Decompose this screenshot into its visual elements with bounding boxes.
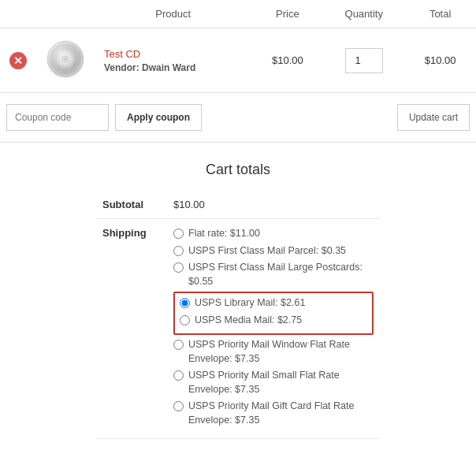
shipping-option-label: Flat rate: $11.00 [188, 227, 260, 241]
vendor-name: Dwain Ward [142, 62, 195, 73]
cart-totals: Cart totals Subtotal $10.00 Shipping Fla… [88, 162, 388, 439]
shipping-option-label: USPS Priority Mail Gift Card Flat Rate E… [188, 400, 374, 427]
col-price-header: Price [252, 0, 324, 28]
shipping-option: USPS Priority Mail Gift Card Flat Rate E… [173, 400, 374, 427]
coupon-left: Apply coupon [6, 104, 202, 131]
subtotal-label: Subtotal [96, 191, 167, 219]
coupon-row: Apply coupon Update cart [0, 93, 476, 143]
shipping-radio[interactable] [173, 246, 184, 256]
col-thumb-header [36, 0, 95, 28]
quantity-input[interactable] [345, 48, 383, 73]
product-total: $10.00 [404, 28, 476, 93]
shipping-option-label: USPS First Class Mail Parcel: $0.35 [188, 244, 346, 258]
shipping-option: USPS First Class Mail Parcel: $0.35 [173, 244, 374, 258]
product-thumbnail [46, 39, 85, 79]
shipping-radio[interactable] [180, 315, 190, 325]
shipping-radio[interactable] [173, 370, 184, 381]
product-name-link[interactable]: Test CD [104, 48, 243, 60]
col-remove-header [0, 0, 36, 28]
totals-table: Subtotal $10.00 Shipping Flat rate: $11.… [96, 191, 380, 439]
shipping-option-label: USPS Priority Mail Window Flat Rate Enve… [188, 338, 374, 366]
cart-table: Product Price Quantity Total ✕ [0, 0, 476, 93]
shipping-radio[interactable] [173, 340, 184, 350]
shipping-option: USPS Priority Mail Window Flat Rate Enve… [173, 338, 374, 366]
shipping-option-label: USPS First Class Mail Large Postcards: $… [188, 261, 374, 288]
shipping-options-cell: Flat rate: $11.00 USPS First Class Mail … [167, 219, 380, 439]
subtotal-value: $10.00 [167, 191, 380, 219]
shipping-option-label: USPS Media Mail: $2.75 [195, 314, 302, 328]
cart-totals-title: Cart totals [96, 162, 380, 178]
table-row: ✕ [0, 28, 476, 93]
subtotal-row: Subtotal $10.00 [96, 191, 380, 219]
shipping-option-label: USPS Library Mail: $2.61 [195, 296, 305, 311]
apply-coupon-button[interactable]: Apply coupon [115, 104, 202, 131]
product-price: $10.00 [252, 28, 324, 93]
update-cart-button[interactable]: Update cart [397, 104, 470, 131]
col-quantity-header: Quantity [323, 0, 404, 28]
remove-item-button[interactable]: ✕ [9, 52, 27, 69]
svg-point-6 [64, 58, 67, 61]
shipping-row: Shipping Flat rate: $11.00 USPS First Cl… [96, 219, 380, 439]
shipping-radio[interactable] [173, 262, 184, 273]
shipping-radio[interactable] [173, 229, 184, 239]
shipping-radio[interactable] [180, 298, 190, 308]
product-vendor: Vendor: Dwain Ward [104, 62, 243, 73]
shipping-label: Shipping [96, 219, 167, 439]
col-total-header: Total [404, 0, 476, 28]
shipping-option: Flat rate: $11.00 [173, 227, 374, 241]
shipping-radio[interactable] [173, 401, 184, 411]
shipping-option: USPS Priority Mail Small Flat Rate Envel… [173, 369, 374, 396]
shipping-option: USPS Media Mail: $2.75 [180, 314, 367, 328]
vendor-label: Vendor: [104, 62, 139, 73]
shipping-option-label: USPS Priority Mail Small Flat Rate Envel… [188, 369, 374, 396]
col-product-header: Product [95, 0, 252, 28]
shipping-option: USPS Library Mail: $2.61 [180, 296, 367, 311]
coupon-input[interactable] [6, 104, 109, 131]
shipping-option: USPS First Class Mail Large Postcards: $… [173, 261, 374, 288]
